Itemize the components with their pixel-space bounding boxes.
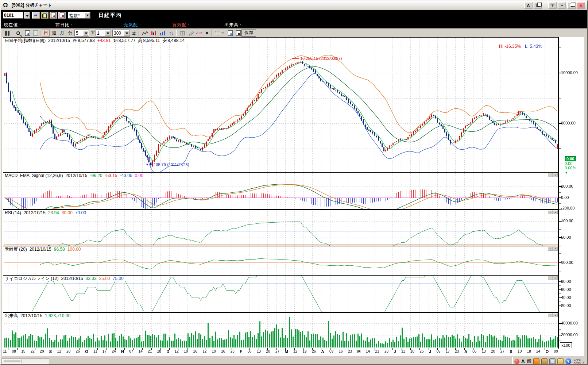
x-axis-label: 29	[40, 349, 44, 354]
trough-marker-icon: ▼	[146, 163, 149, 166]
kairi-panel-header: 乖離度 (20)2012/10/1596.58100.00	[4, 247, 84, 252]
x-axis-label: 09	[436, 349, 440, 354]
x-axis-label: 26	[312, 349, 316, 354]
period-high-percent: H: -16.35%	[499, 44, 521, 49]
horizontal-scrollbar[interactable]	[1, 358, 49, 364]
ime-conversion-mode[interactable]: 般	[527, 358, 531, 365]
x-axis-label: 10	[212, 349, 216, 354]
x-axis-label: A	[321, 349, 324, 354]
rsi-title: RSI (14)	[5, 210, 21, 215]
x-axis-label: 11	[3, 349, 7, 354]
psych-upper-level: 75.00	[113, 276, 124, 281]
live-price-box: 0.00	[565, 156, 576, 161]
rsi-panel-header: RSI (14)2012/10/1523.9430.0070.00	[4, 210, 90, 215]
ime-tools-icon[interactable]	[541, 358, 548, 364]
x-axis-label: J	[394, 349, 396, 354]
live-change-percent: 0.00%	[565, 166, 576, 170]
x-axis-label: 20	[491, 349, 495, 354]
volume-minimize-button[interactable]: −	[548, 313, 553, 317]
high-label: 高	[138, 38, 143, 43]
ime-pen-icon[interactable]	[514, 359, 519, 364]
psych-close-button[interactable]: ×	[553, 276, 558, 280]
x-axis-label: 09	[329, 349, 333, 354]
ime-dictionary-icon[interactable]	[557, 358, 564, 364]
x-axis-label: 24	[112, 349, 116, 354]
peak-annotation-line	[292, 58, 299, 59]
rsi-axis-tick: 50.00	[561, 235, 571, 239]
rsi-value: 23.94	[48, 210, 59, 215]
x-axis-label: 14	[139, 349, 143, 354]
x-axis-label: 12	[293, 349, 297, 354]
x-axis-label: O	[85, 349, 88, 354]
x-axis-label: 09	[554, 349, 558, 354]
x-axis-label: 17	[102, 349, 107, 354]
psych-panel-header: サイコロジカルライン (12)2012/10/1533.3325.0075.00	[4, 276, 127, 281]
volume-axis-tick: 20000.00	[561, 333, 578, 337]
x-axis-label: 17	[446, 349, 450, 354]
x-axis-label: 22	[31, 349, 35, 354]
caps-kana-indicator: CAPS− KANA▼	[574, 358, 585, 364]
psych-minimize-button[interactable]: −	[548, 276, 553, 280]
volume-axis-tick: 40000.00	[561, 321, 578, 325]
rsi-minimize-button[interactable]: −	[548, 210, 553, 214]
rsi-axis-tick: 100.00	[561, 219, 573, 223]
x-axis-label: 12	[175, 349, 179, 354]
caps-button[interactable]: −	[582, 359, 585, 361]
ime-input-mode[interactable]: A	[521, 358, 525, 364]
chart-canvas[interactable]	[1, 1, 588, 365]
x-axis-label: M	[357, 349, 360, 354]
ime-toolbar: A 般 ▨ ? CAPS− KANA▼	[512, 357, 587, 365]
x-axis-label: 25	[419, 349, 423, 354]
volume-title: 出来高	[5, 313, 18, 318]
x-axis-label: 19	[303, 349, 307, 354]
x-axis-label: 21	[148, 349, 152, 354]
volume-value: 1,623,710.00	[45, 313, 70, 318]
rsi-close-button[interactable]: ×	[553, 210, 558, 214]
macd-zero-value: 0.00	[135, 173, 143, 178]
x-axis-label: 19	[184, 349, 188, 354]
rsi-date: 2012/10/15	[24, 210, 46, 215]
x-axis-label: 23	[455, 349, 459, 354]
app-window: Ω [5002] 分析チャート A ? − × ↵ 指数* 日経平均 現在値： …	[0, 0, 588, 365]
macd-minimize-button[interactable]: −	[548, 173, 553, 177]
psych-axis-tick: 80.00	[561, 279, 571, 284]
x-axis-label: 27	[275, 349, 279, 354]
open-label: 始	[113, 38, 118, 43]
x-axis-label: 06	[472, 349, 476, 354]
kairi-minimize-button[interactable]: −	[548, 247, 553, 251]
change-value: +43.81	[97, 38, 111, 43]
ime-pad-icon[interactable]	[533, 358, 539, 364]
psych-value: 33.33	[86, 276, 97, 281]
scrollbar-thumb[interactable]	[2, 359, 22, 363]
volume-close-button[interactable]: ×	[553, 313, 558, 317]
ime-help-icon[interactable]: ?	[565, 358, 571, 364]
x-axis-label: 13	[257, 349, 261, 354]
macd-close-button[interactable]: ×	[553, 173, 558, 177]
x-axis-label: 06	[247, 349, 251, 354]
ime-properties-icon[interactable]: ▨	[549, 358, 556, 364]
kairi-date: 2012/10/15	[30, 247, 51, 252]
volume-panel-header: 出来高2012/10/151,623,710.00	[4, 313, 74, 318]
volume-multiplier: x100	[560, 342, 572, 348]
x-axis-label: 16	[339, 349, 343, 354]
x-axis-label: 18	[410, 349, 414, 354]
macd-signal-value: -43.05	[120, 173, 132, 178]
psych-axis-tick: 40.00	[561, 295, 571, 300]
macd-value: -96.20	[90, 173, 102, 178]
high-value: 8,595.11	[143, 38, 160, 43]
x-axis-label: 10	[518, 349, 522, 354]
macd-axis-tick: -200.00	[561, 206, 575, 210]
psych-lower-level: 25.00	[99, 276, 110, 281]
kairi-base-level: 100.00	[67, 247, 81, 252]
live-price-stack: 0.00 0.00 0.00% ▼	[565, 156, 579, 174]
trough-annotation: 8,135.79 (2011/11/25)	[150, 162, 189, 167]
macd-date: 2012/10/15	[65, 173, 87, 178]
close-value: 8,577.93	[78, 38, 95, 43]
x-axis-label: 08	[12, 349, 16, 354]
x-axis-label: S	[510, 349, 512, 354]
macd-title: MACD_EMA_Signal (12,26,9)	[5, 173, 63, 178]
kana-button[interactable]: ▼	[582, 362, 585, 364]
caps-label: CAPS	[574, 358, 581, 361]
kairi-close-button[interactable]: ×	[553, 247, 558, 251]
kana-label: KANA	[574, 361, 581, 364]
